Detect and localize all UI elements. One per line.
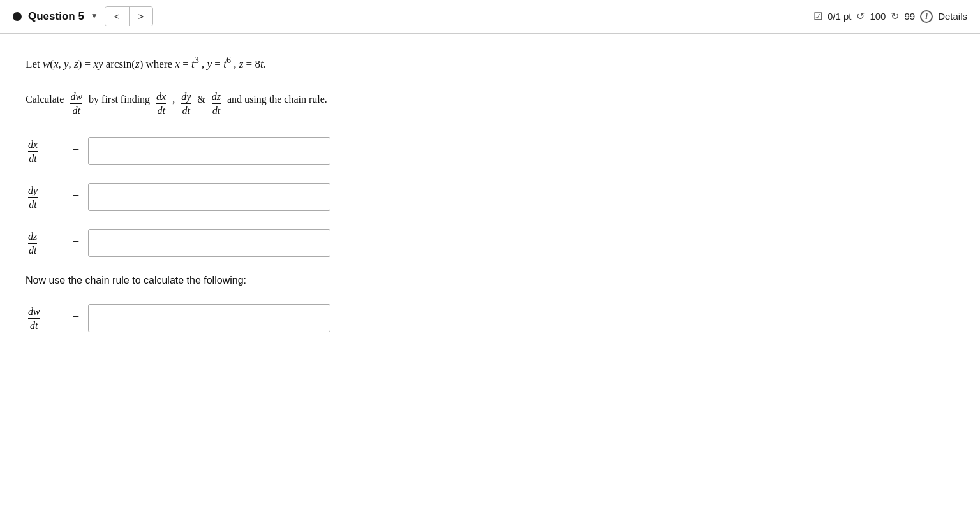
check-icon: ☑ bbox=[813, 10, 822, 22]
dz-dt-fraction: dz dt bbox=[28, 230, 37, 256]
dx-dt-label: dx dt bbox=[26, 138, 64, 164]
dy-dt-fraction-inline: dy dt bbox=[181, 91, 191, 117]
dy-dt-den: dt bbox=[29, 198, 36, 210]
comma1: , bbox=[172, 91, 175, 109]
nav-buttons: < > bbox=[105, 6, 154, 26]
dx-denominator-inline: dt bbox=[157, 104, 165, 117]
dy-dt-label: dy dt bbox=[26, 184, 64, 210]
info-icon[interactable]: i bbox=[920, 10, 933, 23]
score-text: 0/1 pt bbox=[828, 11, 852, 22]
instruction-calculate: Calculate bbox=[26, 91, 64, 109]
dx-dt-fraction-inline: dx dt bbox=[156, 91, 166, 117]
question-title: Question 5 bbox=[28, 10, 84, 23]
history-icon: ↺ bbox=[856, 10, 865, 22]
details-label[interactable]: Details bbox=[938, 11, 967, 22]
dy-dt-fraction: dy dt bbox=[28, 184, 38, 210]
problem-statement: Let w(x, y, z) = xy arcsin(z) where x = … bbox=[26, 53, 612, 73]
dw-denominator: dt bbox=[73, 104, 80, 117]
dw-numerator: dw bbox=[70, 91, 82, 104]
dy-denominator-inline: dt bbox=[182, 104, 190, 117]
dw-dt-final-fraction: dw dt bbox=[28, 305, 40, 332]
retry-icon: ↻ bbox=[891, 10, 899, 22]
equals-4: = bbox=[73, 312, 79, 325]
history-count: 100 bbox=[870, 11, 886, 22]
dw-dt-fraction: dw dt bbox=[70, 91, 82, 117]
dropdown-arrow-icon[interactable]: ▼ bbox=[91, 11, 98, 21]
equals-2: = bbox=[73, 191, 79, 204]
dw-dt-final-den: dt bbox=[30, 319, 38, 332]
dw-dt-final-input[interactable] bbox=[88, 304, 330, 332]
ampersand: & bbox=[197, 91, 205, 109]
header-left: Question 5 ▼ < > bbox=[13, 6, 153, 26]
dz-dt-label: dz dt bbox=[26, 230, 64, 256]
dz-denominator-inline: dt bbox=[212, 104, 220, 117]
equals-3: = bbox=[73, 237, 79, 250]
dz-dt-row: dz dt = bbox=[26, 229, 612, 257]
header-right: ☑ 0/1 pt ↺ 100 ↻ 99 i Details bbox=[813, 10, 967, 23]
next-button[interactable]: > bbox=[130, 7, 153, 26]
dx-dt-num: dx bbox=[28, 138, 38, 152]
dw-dt-final-row: dw dt = bbox=[26, 304, 612, 332]
dw-dt-final-num: dw bbox=[28, 305, 40, 319]
dx-dt-den: dt bbox=[29, 152, 36, 164]
dx-dt-input[interactable] bbox=[88, 137, 330, 165]
instruction-by-first-finding: by first finding bbox=[89, 91, 150, 109]
dy-dt-row: dy dt = bbox=[26, 183, 612, 211]
instruction-line: Calculate dw dt by first finding dx dt ,… bbox=[26, 91, 612, 117]
retry-count: 99 bbox=[904, 11, 915, 22]
equals-1: = bbox=[73, 145, 79, 158]
dz-dt-fraction-inline: dz dt bbox=[212, 91, 221, 117]
dy-dt-input[interactable] bbox=[88, 183, 330, 211]
dx-numerator-inline: dx bbox=[156, 91, 166, 104]
dx-dt-fraction: dx dt bbox=[28, 138, 38, 164]
header: Question 5 ▼ < > ☑ 0/1 pt ↺ 100 ↻ 99 i D… bbox=[0, 0, 980, 34]
dy-dt-num: dy bbox=[28, 184, 38, 198]
prev-button[interactable]: < bbox=[105, 7, 130, 26]
dw-dt-final-label: dw dt bbox=[26, 305, 64, 332]
dz-numerator-inline: dz bbox=[212, 91, 221, 104]
score-info: ☑ 0/1 pt ↺ 100 ↻ 99 i Details bbox=[813, 10, 967, 23]
dz-dt-num: dz bbox=[28, 230, 37, 244]
instruction-suffix: and using the chain rule. bbox=[227, 91, 327, 109]
dz-dt-input[interactable] bbox=[88, 229, 330, 257]
dz-dt-den: dt bbox=[29, 244, 36, 256]
main-content: Let w(x, y, z) = xy arcsin(z) where x = … bbox=[0, 34, 638, 369]
question-dot-icon bbox=[13, 12, 22, 21]
dy-numerator-inline: dy bbox=[181, 91, 191, 104]
chain-rule-instruction: Now use the chain rule to calculate the … bbox=[26, 275, 612, 286]
dx-dt-row: dx dt = bbox=[26, 137, 612, 165]
